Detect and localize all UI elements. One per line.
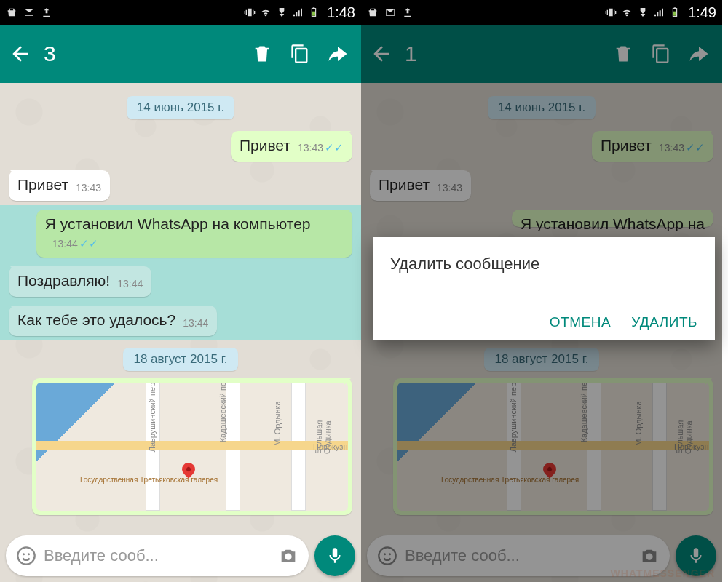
svg-point-5 [28,553,30,555]
battery-icon [669,7,681,18]
svg-rect-2 [312,12,315,16]
message-composer: Введите сооб... [6,535,355,576]
forward-button[interactable] [323,39,352,68]
message-text: Привет [240,137,290,154]
back-arrow-icon[interactable] [9,42,32,65]
message-row[interactable]: Привет13:43✓✓ [0,127,361,166]
status-bar: 1:49 [361,0,722,25]
confirm-delete-button[interactable]: УДАЛИТЬ [631,314,697,330]
message-input[interactable]: Введите сооб... [6,535,309,576]
location-message[interactable]: Лаврушинский пер. Кадашевский пер. М. Ор… [32,378,352,515]
delete-dialog: Удалить сообщение ОТМЕНА УДАЛИТЬ [373,237,715,340]
vibrate-icon [244,7,256,18]
status-bar: 1:48 [0,0,361,25]
cancel-button[interactable]: ОТМЕНА [550,314,611,330]
upload-icon [41,7,52,18]
message-time: 13:44 [117,278,143,290]
message-text: Привет [17,176,68,193]
wifi-icon [260,7,272,18]
shopping-icon [367,7,379,18]
watermark-text: WHATMESSENGER [611,567,715,579]
battery-icon [308,7,320,18]
input-placeholder: Введите сооб... [44,546,159,565]
upload-icon [402,7,414,18]
date-divider: 14 июнь 2015 г. [127,96,234,119]
clock-time: 1:48 [327,4,355,21]
date-divider: 18 август 2015 г. [123,348,237,371]
message-row-selected[interactable]: Как тебе это удалось?13:44 [0,301,361,340]
signal-icon [653,7,665,18]
gmail-icon [384,7,396,18]
svg-point-3 [17,547,34,564]
signal-icon [292,7,304,18]
read-ticks-icon: ✓✓ [325,141,344,154]
svg-rect-7 [674,7,676,8]
svg-rect-8 [673,12,676,16]
shopping-icon [6,7,17,18]
message-time: 13:43 [76,182,101,194]
message-row-selected[interactable]: Я установил WhatsApp на компьютер13:44✓✓ [0,205,361,262]
map-preview: Лаврушинский пер. Кадашевский пер. М. Ор… [36,383,348,511]
voice-record-button[interactable] [314,535,355,576]
gmail-icon [23,7,35,18]
delete-button[interactable] [248,39,277,68]
phone-right: 1:49 1 14 июнь 2015 г. Привет13:43✓✓ При… [361,0,722,582]
read-ticks-icon: ✓✓ [79,237,98,250]
message-time: 13:44 [52,238,78,250]
clock-time: 1:49 [688,4,716,21]
data-icon [276,7,288,18]
emoji-icon[interactable] [16,546,36,566]
message-text: Как тебе это удалось? [17,311,175,328]
wifi-icon [621,7,633,18]
message-time: 13:43 [298,142,323,154]
message-text: Поздравляю! [17,272,110,289]
message-text: Я установил WhatsApp на компьютер [45,215,311,232]
selection-count: 3 [44,41,56,66]
vibrate-icon [605,7,617,18]
copy-button[interactable] [285,39,314,68]
svg-point-4 [23,553,25,555]
chat-area[interactable]: 14 июнь 2015 г. Привет13:43✓✓ Привет13:4… [0,83,361,582]
message-row-selected[interactable]: Поздравляю!13:44 [0,262,361,301]
data-icon [637,7,649,18]
message-time: 13:44 [183,317,208,329]
phone-left: 1:48 3 14 июнь 2015 г. Привет13:43✓✓ При… [0,0,361,582]
camera-icon[interactable] [278,546,298,566]
svg-rect-1 [313,7,315,8]
message-row[interactable]: Привет13:43 [0,166,361,205]
selection-appbar: 3 [0,25,361,83]
dialog-title: Удалить сообщение [390,255,697,274]
